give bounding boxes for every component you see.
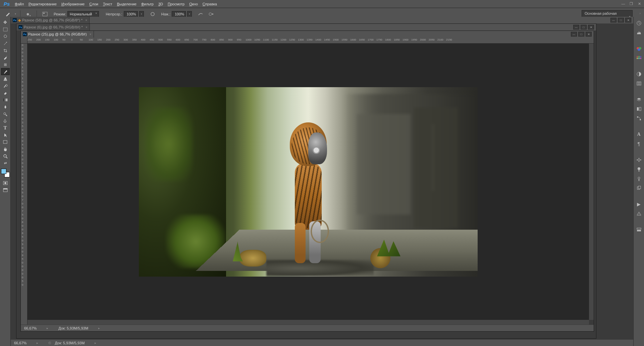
menu-text[interactable]: Текст <box>101 1 114 7</box>
type-tool[interactable]: T <box>1 124 10 131</box>
menu-select[interactable]: Выделение <box>115 1 139 7</box>
svg-rect-22 <box>637 56 638 57</box>
quickmask-tool[interactable] <box>1 179 10 186</box>
mode-dropdown[interactable]: Нормальный <box>67 11 99 17</box>
svg-rect-12 <box>3 140 7 143</box>
restore-button[interactable]: ❐ <box>628 1 634 6</box>
adjustments-panel-icon[interactable] <box>635 70 643 78</box>
doc-maximize-button[interactable]: □ <box>581 25 587 30</box>
pen-tool[interactable] <box>1 117 10 124</box>
chevron-right-icon[interactable]: ▸ <box>95 341 96 345</box>
histogram-panel-icon[interactable] <box>635 29 643 36</box>
wand-tool[interactable] <box>1 40 10 47</box>
history-panel-icon[interactable] <box>635 19 643 27</box>
opacity-input[interactable]: 100% <box>124 11 138 17</box>
zoom-level[interactable]: 66,67% <box>14 341 26 345</box>
hand-tool[interactable] <box>1 146 10 153</box>
close-button[interactable]: ✕ <box>636 1 642 6</box>
paths-panel-icon[interactable] <box>635 115 643 122</box>
opacity-flyout[interactable]: ▾ <box>139 11 144 17</box>
menu-file[interactable]: Файл <box>13 1 26 7</box>
crop-tool[interactable] <box>1 47 10 54</box>
chevron-right-icon[interactable]: ▸ <box>47 327 48 330</box>
menu-view[interactable]: Просмотр <box>166 1 186 7</box>
doc-size[interactable]: © Док: 5,93M/5,93M <box>48 341 85 345</box>
info-panel-icon[interactable]: ! <box>635 210 643 217</box>
shape-tool[interactable] <box>1 138 10 146</box>
scrollbar-corner <box>589 320 594 325</box>
middle-tab-strip: Ps Разное (6).jpg @ 66,7% (RGB/8#) * × —… <box>16 24 596 31</box>
doc-close-button[interactable]: ✕ <box>586 32 592 37</box>
doc-minimize-button[interactable]: — <box>573 25 579 30</box>
character-panel-icon[interactable]: A <box>635 131 643 138</box>
doc-close-button[interactable]: ✕ <box>588 25 594 30</box>
chevron-right-icon[interactable]: ▸ <box>37 341 38 345</box>
doc-maximize-button[interactable]: □ <box>578 32 584 37</box>
stamp-tool[interactable] <box>1 75 10 82</box>
zoom-tool[interactable] <box>1 153 10 160</box>
color-panel-icon[interactable] <box>635 45 643 52</box>
lasso-tool[interactable] <box>1 33 10 40</box>
paragraph-panel-icon[interactable]: ¶ <box>635 140 643 148</box>
eyedropper-tool[interactable] <box>1 54 10 61</box>
gradient-tool[interactable] <box>1 96 10 103</box>
path-select-tool[interactable] <box>1 131 10 138</box>
ruler-vertical[interactable]: 0000501001502002503003504004505005506006… <box>21 44 28 325</box>
swatches-panel-icon[interactable] <box>635 54 643 62</box>
doc-minimize-button[interactable]: — <box>571 32 577 37</box>
canvas-viewport[interactable] <box>28 44 589 320</box>
menu-edit[interactable]: Редактирование <box>26 1 59 7</box>
doc-size[interactable]: Док: 5,93M/5,93M <box>58 326 88 330</box>
menu-filter[interactable]: Фильтр <box>139 1 156 7</box>
color-swatches[interactable] <box>1 169 10 177</box>
navigator-panel-icon[interactable] <box>635 156 643 164</box>
ruler-horizontal[interactable]: 2502001501005005010015020025030035040045… <box>28 38 594 44</box>
doc-tab-inner[interactable]: Ps Разное (25).jpg @ 66,7% (RGB/8#) × <box>21 31 94 38</box>
close-tab-icon[interactable]: × <box>85 18 87 22</box>
healing-tool[interactable] <box>1 61 10 68</box>
eraser-tool[interactable] <box>1 89 10 96</box>
blur-tool[interactable] <box>1 103 10 110</box>
flow-input[interactable]: 100% <box>172 11 186 17</box>
chevron-right-icon[interactable]: ▸ <box>98 327 100 330</box>
zoom-level[interactable]: 66,67% <box>24 326 37 330</box>
swap-colors-icon[interactable]: ⇄ <box>1 160 10 167</box>
dodge-tool[interactable] <box>1 110 10 117</box>
app-logo: Ps <box>3 1 11 7</box>
fg-color-swatch[interactable] <box>1 169 6 174</box>
doc-minimize-button[interactable]: — <box>610 18 616 22</box>
doc-maximize-button[interactable]: □ <box>618 18 624 22</box>
screenmode-tool[interactable] <box>1 186 10 193</box>
brush-tool[interactable] <box>1 68 10 75</box>
layers-panel-icon[interactable] <box>635 96 643 103</box>
clone-source-panel-icon[interactable] <box>635 184 643 192</box>
styles-panel-icon[interactable] <box>635 80 643 87</box>
scrollbar-horizontal[interactable] <box>28 320 589 325</box>
menu-layers[interactable]: Слои <box>87 1 100 7</box>
panel-collapse-icon[interactable]: › <box>640 11 641 15</box>
properties-panel-icon[interactable] <box>635 226 643 233</box>
menu-help[interactable]: Справка <box>201 1 219 7</box>
ruler-corner[interactable] <box>21 38 28 44</box>
flow-flyout[interactable]: ▾ <box>187 11 192 17</box>
doc-tab-middle[interactable]: Ps Разное (6).jpg @ 66,7% (RGB/8#) * × <box>16 24 90 31</box>
menu-window[interactable]: Окно <box>187 1 200 7</box>
move-tool[interactable]: ✥ <box>1 19 10 26</box>
menu-3d[interactable]: 3D <box>156 1 165 7</box>
svg-rect-17 <box>3 188 7 189</box>
brush-presets-panel-icon[interactable] <box>635 166 643 173</box>
channels-panel-icon[interactable] <box>635 105 643 113</box>
marquee-tool[interactable] <box>1 26 10 33</box>
svg-rect-25 <box>637 58 638 59</box>
close-tab-icon[interactable]: × <box>86 25 88 29</box>
close-tab-icon[interactable]: × <box>90 33 92 36</box>
doc-close-button[interactable]: ✕ <box>625 18 631 22</box>
brush-settings-panel-icon[interactable] <box>635 175 643 182</box>
history-brush-tool[interactable] <box>1 82 10 89</box>
doc-tab-outer[interactable]: Ps ◆ Разное (58).jpg @ 66,7% (RGB/8*) * … <box>11 17 90 23</box>
menu-image[interactable]: Изображение <box>59 1 87 7</box>
actions-panel-icon[interactable]: ▶ <box>635 200 643 208</box>
scrollbar-vertical[interactable] <box>589 44 594 320</box>
minimize-button[interactable]: — <box>620 1 626 6</box>
ps-file-icon: Ps <box>18 25 22 29</box>
